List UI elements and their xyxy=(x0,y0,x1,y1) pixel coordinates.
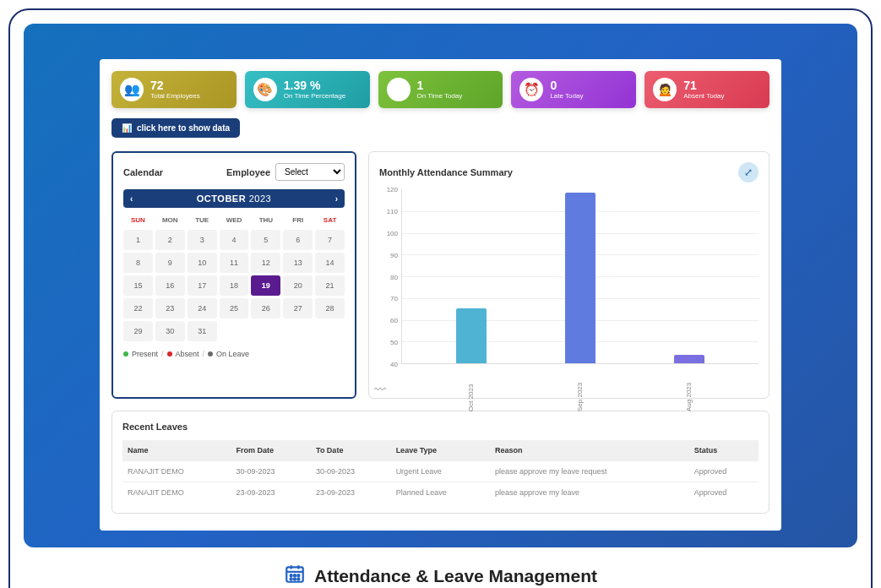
chart-wave-icon: 〰 xyxy=(374,383,386,396)
calendar-day[interactable]: 1 xyxy=(123,230,153,250)
data-icon: 📊 xyxy=(122,123,132,133)
calendar-day[interactable]: 28 xyxy=(315,298,345,318)
stat-icon: ⏱ xyxy=(387,78,411,101)
stat-icon: 👥 xyxy=(120,78,144,101)
legend-label: On Leave xyxy=(216,350,249,358)
calendar-day[interactable]: 26 xyxy=(251,298,280,318)
employee-label: Employee xyxy=(226,167,270,177)
calendar-day[interactable]: 12 xyxy=(251,253,280,273)
stat-label: Late Today xyxy=(550,92,583,100)
svg-point-5 xyxy=(294,574,296,576)
calendar-day[interactable]: 9 xyxy=(155,253,185,273)
day-header: TUE xyxy=(188,213,217,227)
svg-point-9 xyxy=(297,578,299,580)
table-cell: 23-09-2023 xyxy=(311,482,391,504)
y-tick: 120 xyxy=(387,186,398,193)
day-header: SUN xyxy=(123,213,153,227)
table-row[interactable]: RANAJIT DEMO30-09-202330-09-2023Urgent L… xyxy=(122,461,759,482)
calendar-day[interactable]: 24 xyxy=(188,298,217,318)
table-cell: Planned Leave xyxy=(391,482,490,504)
stat-card-1: 🎨 1.39 % On Time Percentage xyxy=(245,71,370,108)
calendar-day[interactable]: 6 xyxy=(283,230,313,250)
y-tick: 110 xyxy=(387,207,398,215)
table-cell: Approved xyxy=(689,461,759,482)
stat-card-0: 👥 72 Total Employees xyxy=(111,71,237,108)
table-cell: please approve my leave xyxy=(490,482,689,504)
calendar-day[interactable]: 23 xyxy=(155,298,185,318)
svg-point-4 xyxy=(291,574,292,576)
employee-select[interactable]: Select xyxy=(275,163,345,181)
show-data-button[interactable]: 📊 click here to show data xyxy=(111,118,240,138)
stats-row: 👥 72 Total Employees 🎨 1.39 % On Time Pe… xyxy=(111,71,770,108)
y-tick: 50 xyxy=(390,339,398,346)
calendar-day[interactable]: 4 xyxy=(220,230,249,250)
y-tick: 40 xyxy=(390,361,398,368)
table-col: To Date xyxy=(311,440,391,461)
recent-leaves-title: Recent Leaves xyxy=(122,422,759,432)
calendar-day[interactable]: 16 xyxy=(155,275,185,296)
stat-card-4: 🙍 71 Absent Today xyxy=(644,71,770,108)
table-cell: Approved xyxy=(689,482,759,504)
day-header: MON xyxy=(155,213,185,227)
stat-value: 1.39 % xyxy=(284,79,345,92)
chart-title: Monthly Attendance Summary xyxy=(379,167,513,177)
table-cell: RANAJIT DEMO xyxy=(122,482,231,504)
table-cell: RANAJIT DEMO xyxy=(122,461,231,482)
x-label: Sep 2023 xyxy=(576,369,584,411)
stat-value: 71 xyxy=(683,79,724,92)
calendar-day[interactable]: 5 xyxy=(251,230,280,250)
table-row[interactable]: RANAJIT DEMO23-09-202323-09-2023Planned … xyxy=(122,482,759,504)
stat-icon: 🙍 xyxy=(653,78,677,101)
calendar-day[interactable]: 10 xyxy=(188,253,217,273)
calendar-next-button[interactable]: › xyxy=(335,194,338,204)
stat-label: On Time Percentage xyxy=(284,92,345,100)
calendar-day[interactable]: 18 xyxy=(220,275,249,296)
chart-bar[interactable] xyxy=(674,355,704,363)
x-label: Aug 2023 xyxy=(685,369,693,411)
table-head: NameFrom DateTo DateLeave TypeReasonStat… xyxy=(122,440,759,461)
calendar-day[interactable]: 17 xyxy=(188,275,217,296)
calendar-month: OCTOBER 2023 xyxy=(197,193,271,204)
calendar-day[interactable]: 22 xyxy=(123,298,153,318)
expand-icon[interactable]: ⤢ xyxy=(738,162,759,182)
stat-value: 72 xyxy=(150,79,200,92)
calendar-day[interactable]: 3 xyxy=(188,230,217,250)
x-label: Oct 2023 xyxy=(467,369,475,411)
panels-row: Calendar Employee Select ‹ OCTOBER 2023 xyxy=(111,151,770,399)
chart-bars xyxy=(402,189,759,363)
calendar-day[interactable]: 19 xyxy=(251,275,280,296)
chart-bar[interactable] xyxy=(565,193,595,363)
chart-xaxis: Oct 2023Sep 2023Aug 2023 xyxy=(401,364,759,411)
stat-label: Absent Today xyxy=(683,92,724,100)
table-col: Name xyxy=(122,440,231,461)
calendar-legend: Present/Absent/On Leave xyxy=(123,350,345,358)
calendar-day[interactable]: 30 xyxy=(155,321,185,341)
calendar-day[interactable]: 15 xyxy=(123,275,153,296)
calendar-day[interactable]: 2 xyxy=(155,230,185,250)
calendar-day[interactable]: 25 xyxy=(220,298,249,318)
calendar-day[interactable]: 27 xyxy=(283,298,313,318)
calendar-day[interactable]: 8 xyxy=(123,253,153,273)
calendar-day[interactable]: 29 xyxy=(123,321,153,341)
calendar-day[interactable]: 13 xyxy=(283,253,313,273)
stat-label: On Time Today xyxy=(417,92,463,100)
page-footer: Attendance & Leave Management xyxy=(24,547,857,588)
calendar-day[interactable]: 21 xyxy=(315,275,345,296)
svg-point-7 xyxy=(291,578,292,580)
calendar-grid: SUNMONTUEWEDTHUFRISAT1234567891011121314… xyxy=(123,213,345,341)
calendar-day[interactable]: 11 xyxy=(220,253,249,273)
calendar-header: ‹ OCTOBER 2023 › xyxy=(123,189,345,208)
chart-bar[interactable] xyxy=(456,308,487,363)
legend-dot xyxy=(208,351,213,357)
blue-frame: 👥 72 Total Employees 🎨 1.39 % On Time Pe… xyxy=(24,24,857,547)
table-cell: 23-09-2023 xyxy=(231,482,311,504)
calendar-day[interactable]: 14 xyxy=(315,253,345,273)
calendar-day[interactable]: 20 xyxy=(283,275,313,296)
show-data-label: click here to show data xyxy=(137,123,230,133)
calendar-prev-button[interactable]: ‹ xyxy=(130,194,133,204)
table-col: Reason xyxy=(490,440,689,461)
calendar-day[interactable]: 7 xyxy=(315,230,345,250)
stat-card-3: ⏰ 0 Late Today xyxy=(511,71,636,108)
calendar-day[interactable]: 31 xyxy=(188,321,217,341)
chart-area: 120110100908070605040 Oct 2023Sep 2023Au… xyxy=(379,189,759,388)
